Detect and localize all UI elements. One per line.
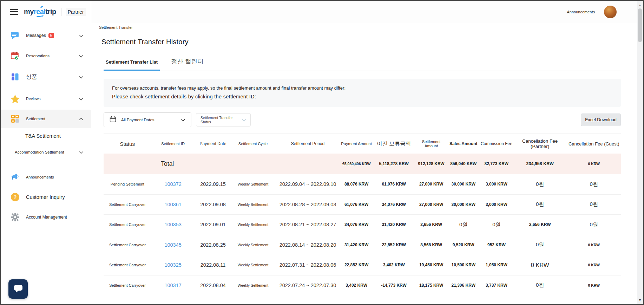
settlement-id-link[interactable]: 100372	[151, 181, 195, 187]
previous-hold-cell: 31,420 KRW	[372, 222, 416, 227]
star-icon	[10, 94, 20, 104]
cancellation-fee-partner-cell: 0원	[513, 181, 567, 188]
chat-widget-button[interactable]	[8, 279, 28, 299]
sidebar-item-label: Announcements	[26, 175, 54, 179]
gear-icon	[10, 213, 20, 222]
payment-date-cell: 2022.09.08	[195, 202, 231, 207]
status-cell: Settlement Carryover	[104, 283, 151, 287]
sidebar-item-label: Accommodation Settlement	[15, 150, 64, 154]
cancellation-fee-partner-cell: 2,656 KRW	[513, 222, 567, 227]
settlement-id-link[interactable]: 100361	[151, 202, 195, 207]
sidebar-header: myrealtrip Partner	[1, 1, 91, 23]
chevron-down-icon	[242, 117, 246, 123]
table-row: Settlement Carryover 100361 2022.09.08 W…	[104, 194, 621, 215]
col-header-cancellation-fee-guest: Cancellation Fee (Guest)	[567, 141, 621, 147]
settlement-period-cell: 2022.08.14 ~ 2022.08.20	[275, 242, 341, 248]
app-window: myrealtrip Partner Messages N Reservat	[0, 0, 644, 305]
products-grid-icon	[10, 73, 20, 81]
table-row: Settlement Carryover 100345 2022.08.25 W…	[104, 235, 621, 255]
sidebar-item-reservations[interactable]: Reservations	[1, 46, 91, 66]
settlement-id-link[interactable]: 100353	[151, 222, 195, 227]
total-label: Total	[104, 160, 231, 168]
table-header-row: Status Settlement ID Payment Date Settle…	[104, 134, 621, 154]
sidebar-item-reviews[interactable]: Reviews	[1, 88, 91, 110]
settlement-amount-cell: 2,656 KRW	[416, 222, 447, 227]
settlement-cycle-cell: Weekly Settlement	[231, 283, 275, 287]
total-settlement-amount: 912,128 KRW	[416, 161, 447, 166]
chat-bubble-icon	[13, 284, 23, 294]
chevron-down-icon	[79, 74, 83, 80]
settlement-period-cell: 2022.09.04 ~ 2022.09.10	[275, 181, 341, 187]
brand-trip: trip	[46, 8, 56, 15]
svg-text:×: ×	[12, 119, 14, 123]
sidebar-item-account-management[interactable]: Account Management	[1, 207, 91, 227]
sales-amount-cell: 10,500 KRW	[447, 262, 480, 267]
payment-dates-dropdown[interactable]: All Payment Dates	[104, 112, 191, 127]
notice-box: For overseas accounts, transfer fees may…	[104, 79, 621, 107]
question-icon: ?	[10, 193, 20, 202]
user-avatar[interactable]	[604, 6, 617, 18]
total-previous-hold: 5,118,278 KRW	[372, 161, 416, 166]
chevron-down-icon	[181, 117, 185, 123]
chevron-down-icon	[79, 32, 83, 39]
scroll-up-arrow-icon[interactable]: ▲	[637, 4, 643, 7]
sidebar-item-announcements[interactable]: Announcements	[1, 167, 91, 187]
chevron-down-icon	[79, 96, 83, 102]
settlement-cycle-cell: Weekly Settlement	[231, 263, 275, 267]
brand-my: my	[24, 8, 34, 15]
scrollbar-thumb[interactable]	[638, 8, 642, 42]
settlement-id-link[interactable]: 100345	[151, 242, 195, 248]
myrealtrip-logo[interactable]: myrealtrip	[24, 8, 56, 16]
topbar-announcements-link[interactable]: Announcements	[567, 10, 595, 14]
settlement-table: Status Settlement ID Payment Date Settle…	[104, 134, 621, 295]
svg-text:−: −	[16, 115, 18, 118]
payment-amount-cell: 31,420 KRW	[341, 242, 372, 247]
col-header-settlement-id: Settlement ID	[151, 142, 195, 146]
previous-hold-cell: -14,773 KRW	[372, 283, 416, 288]
sidebar-item-ta-settlement[interactable]: T&A Settlement	[1, 128, 91, 144]
payment-date-cell: 2022.08.25	[195, 242, 231, 248]
content: Settlement Transfer Settlement Transfer …	[91, 25, 637, 295]
status-cell: Settlement Carryover	[104, 222, 151, 227]
divider	[61, 8, 61, 16]
sidebar-item-label: Customer Inquiry	[26, 194, 65, 200]
scroll-down-arrow-icon[interactable]: ▼	[637, 298, 643, 302]
settlement-amount-cell: 19,450 KRW	[416, 262, 447, 267]
topbar: Announcements	[91, 1, 637, 23]
sidebar-item-products[interactable]: 상품	[1, 66, 91, 88]
vertical-scrollbar[interactable]: ▲ ▼	[637, 1, 643, 304]
commission-fee-cell: 3,000 KRW	[480, 202, 513, 207]
col-header-settlement-amount: Settlement Amount	[416, 139, 447, 148]
total-cancellation-fee-guest: 0 KRW	[567, 162, 621, 166]
sidebar-item-customer-inquiry[interactable]: ? Customer Inquiry	[1, 187, 91, 207]
tab-settlement-calendar[interactable]: 정산 캘린더	[169, 57, 205, 71]
tab-settlement-transfer-list[interactable]: Settlement Transfer List	[104, 59, 160, 71]
sidebar-item-accommodation-settlement[interactable]: Accommodation Settlement	[1, 144, 91, 160]
payment-amount-cell: 34,076 KRW	[341, 222, 372, 227]
chevron-down-icon	[79, 149, 83, 155]
payment-amount-cell: 88,076 KRW	[341, 182, 372, 187]
col-header-sales-amount: Sales Amount	[447, 141, 480, 146]
sidebar-item-messages[interactable]: Messages N	[1, 25, 91, 46]
status-cell: Settlement Carryover	[104, 243, 151, 247]
svg-text:+: +	[12, 115, 14, 118]
table-row: Settlement Carryover 100325 2022.08.11 W…	[104, 255, 621, 275]
sidebar-item-settlement[interactable]: +−× Settlement	[1, 110, 91, 128]
settlement-period-cell: 2022.07.31 ~ 2022.08.06	[275, 262, 341, 268]
menu-icon[interactable]	[10, 9, 18, 15]
status-cell: Settlement Carryover	[104, 202, 151, 207]
excel-download-button[interactable]: Excel Download	[581, 113, 621, 126]
chevron-up-icon	[79, 116, 83, 122]
settlement-id-link[interactable]: 100317	[151, 283, 195, 288]
settlement-amount-cell: 18,175 KRW	[416, 283, 447, 288]
chat-icon	[10, 31, 20, 40]
transfer-status-dropdown[interactable]: Settlement Transfer Status	[196, 113, 251, 126]
cancellation-fee-partner-cell: 0원	[513, 201, 567, 208]
total-cancellation-fee-partner: 234,958 KRW	[513, 161, 567, 166]
table-body: Pending Settlement 100372 2022.09.15 Wee…	[104, 174, 621, 295]
col-header-previous-hold-amount: 이전 보류금액	[372, 140, 416, 148]
calculator-icon: +−×	[10, 115, 20, 123]
sidebar-item-label: Reservations	[26, 54, 50, 58]
settlement-id-link[interactable]: 100325	[151, 262, 195, 268]
settlement-amount-cell: 8,568 KRW	[416, 242, 447, 247]
